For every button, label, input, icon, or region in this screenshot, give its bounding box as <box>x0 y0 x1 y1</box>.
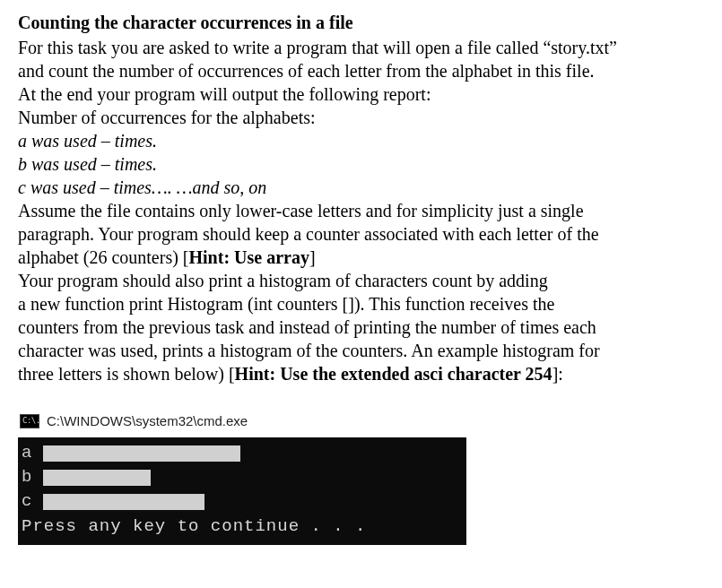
histogram-row-b: b <box>22 467 459 489</box>
press-any-key: Press any key to continue . . . <box>22 515 459 538</box>
histogram-row-a: a <box>22 443 459 464</box>
body-line-2: and count the number of occurrences of e… <box>18 59 704 82</box>
body-line-8b: paragraph. Your program should keep a co… <box>18 222 704 246</box>
hint1-bold: Hint: Use array <box>188 247 309 267</box>
console-titlebar: C:\. C:\WINDOWS\system32\cmd.exe <box>18 409 466 437</box>
example-line-a: a was used – times. <box>18 129 704 152</box>
body-line-9d: character was used, prints a histogram o… <box>18 339 704 362</box>
hist-label-a: a <box>22 442 34 464</box>
console-window: C:\. C:\WINDOWS\system32\cmd.exe a b c P… <box>18 409 466 545</box>
body-line-8c: alphabet (26 counters) [Hint: Use array] <box>18 246 704 269</box>
body-line-3: At the end your program will output the … <box>18 82 704 106</box>
document-title: Counting the character occurrences in a … <box>18 11 704 34</box>
body-line-4: Number of occurrences for the alphabets: <box>18 106 704 129</box>
body-line-9a: Your program should also print a histogr… <box>18 269 704 292</box>
body-line-8a: Assume the file contains only lower-case… <box>18 199 704 222</box>
body-line-9e: three letters is shown below) [Hint: Use… <box>18 362 704 385</box>
console-title-path: C:\WINDOWS\system32\cmd.exe <box>47 412 248 430</box>
example-line-b: b was used – times. <box>18 152 704 176</box>
body-line-9b: a new function print Histogram (int coun… <box>18 292 704 316</box>
example-line-c: c was used – times…. …and so, on <box>18 176 704 199</box>
hist-bar-c <box>43 494 204 510</box>
hist-label-c: c <box>22 490 34 513</box>
hint1-pre: alphabet (26 counters) [ <box>18 247 188 267</box>
hist-bar-b <box>43 470 151 486</box>
hint2-pre: three letters is shown below) [ <box>18 364 235 384</box>
body-line-9c: counters from the previous task and inst… <box>18 316 704 339</box>
body-line-1: For this task you are asked to write a p… <box>18 36 704 59</box>
hist-bar-a <box>43 445 240 462</box>
console-body: a b c Press any key to continue . . . <box>18 437 466 545</box>
hint2-post: ]: <box>552 364 563 384</box>
cmd-icon: C:\. <box>20 414 39 428</box>
hint2-bold: Hint: Use the extended asci character 25… <box>235 364 552 384</box>
hist-label-b: b <box>22 466 34 489</box>
histogram-row-c: c <box>22 491 459 513</box>
hint1-post: ] <box>309 247 316 267</box>
